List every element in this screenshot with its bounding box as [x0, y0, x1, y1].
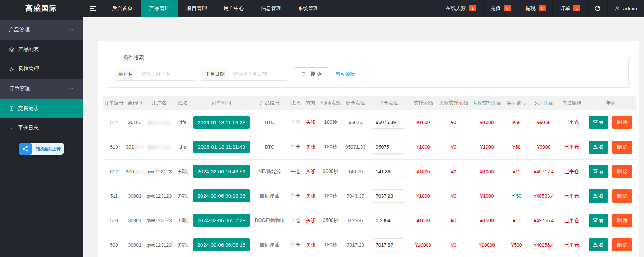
search-icon	[301, 71, 307, 77]
order-time-button[interactable]: 2024-02-06 06:05:16	[193, 238, 250, 251]
view-button[interactable]: 查看	[589, 116, 608, 129]
control-status: 已平仓	[559, 233, 584, 257]
invalid-entrust-balance: ¥0	[438, 208, 469, 233]
entrust-balance: ¥1000	[409, 184, 438, 208]
upload-widget[interactable]: 拖拽至此上传	[19, 143, 64, 155]
member-id: 300	[125, 159, 144, 184]
column-header: 实际盈亏	[505, 96, 529, 110]
order-time-button[interactable]: 2026-01-18 11:16:23	[193, 116, 250, 129]
order-time-button[interactable]: 2026-01-18 11:11:43	[193, 141, 249, 153]
sidebar-item[interactable]: 产品列表	[0, 40, 83, 59]
user-menu[interactable]: admin	[607, 0, 644, 17]
close-point-input[interactable]	[372, 189, 405, 203]
valid-entrust-balance: ¥1000	[469, 208, 505, 233]
upload-label: 拖拽至此上传	[32, 146, 64, 152]
column-header: 订单时间	[192, 96, 251, 110]
order-id: 513	[103, 135, 125, 159]
auto-refresh-link[interactable]: 自动刷新	[335, 71, 356, 78]
top-menu-item[interactable]: 系统管理	[290, 0, 327, 17]
column-header: 用户名	[144, 96, 174, 110]
product-info: BTC	[251, 110, 288, 135]
search-row: 用户名 下单日期 搜 索 自动刷新	[114, 67, 623, 81]
sidebar-item[interactable]: 平仓日志	[0, 118, 83, 138]
close-point-input[interactable]	[372, 141, 405, 154]
delete-button[interactable]: 删除	[612, 214, 632, 227]
actual-profit: ¥11	[505, 159, 529, 184]
stat-label: 充值	[490, 5, 501, 12]
redacted-text	[135, 145, 144, 150]
menu-toggle-icon[interactable]	[83, 0, 104, 17]
top-menu-item[interactable]: 后台首页	[104, 0, 141, 17]
delete-button[interactable]: 删除	[612, 189, 632, 203]
valid-entrust-balance: ¥1000	[469, 159, 505, 184]
view-button[interactable]: 查看	[589, 189, 608, 203]
orders-table: 订单编号会员ID用户名姓名订单时间产品信息状态方向时间/点数建仓点位平仓点位委托…	[103, 96, 636, 257]
column-header: 状态	[288, 96, 303, 110]
member-id: 30001	[125, 184, 144, 208]
topbar-stat[interactable]: 提现0	[518, 0, 553, 17]
sidebar-item[interactable]: 风控管理	[0, 59, 83, 79]
table-row: 511 30001 qwe123123 郑凯 2024-02-06 09:12:…	[103, 184, 636, 208]
delete-button[interactable]: 删除	[612, 141, 632, 154]
top-menu-item[interactable]: 产品管理	[141, 0, 178, 17]
close-point-input[interactable]	[372, 214, 405, 227]
order-time-button[interactable]: 2024-02-06 09:12:26	[193, 189, 250, 202]
detail-actions: 查看 删除	[584, 110, 636, 135]
sidebar-group[interactable]: 订单管理	[0, 79, 83, 99]
column-header: 方向	[303, 96, 319, 110]
top-menu-item[interactable]: 用户中心	[215, 0, 252, 17]
topbar-stat[interactable]: 在线人数1	[438, 0, 483, 17]
real-name: 郑凯	[174, 208, 192, 233]
duration: 3600秒	[319, 159, 343, 184]
invalid-entrust-balance: ¥0	[438, 159, 469, 184]
top-menu-item[interactable]: 项目管理	[178, 0, 215, 17]
close-point-input[interactable]	[372, 238, 405, 251]
sidebar-item[interactable]: 交易流水	[0, 99, 83, 118]
clipboard-icon	[9, 125, 14, 131]
direction: 买涨	[303, 184, 319, 208]
product-info: 国际原油	[251, 233, 288, 257]
real-name: 郑凯	[174, 184, 192, 208]
orders-table-wrap: 订单编号会员ID用户名姓名订单时间产品信息状态方向时间/点数建仓点位平仓点位委托…	[103, 96, 634, 257]
member-id: 30001	[125, 208, 144, 233]
close-point-input[interactable]	[372, 165, 405, 178]
control-status: 已平仓	[559, 208, 584, 233]
table-row: 509 30001 qwe123123 郑凯 2024-02-06 06:05:…	[103, 233, 636, 257]
top-menu-item[interactable]: 信息管理	[252, 0, 290, 17]
order-time-button[interactable]: 2024-02-06 06:57:29	[193, 214, 250, 227]
sidebar-group[interactable]: 产品管理	[0, 20, 83, 40]
topbar-stat[interactable]: 订单1	[552, 0, 587, 17]
order-date-group: 下单日期	[201, 68, 287, 81]
clipboard-icon	[9, 106, 14, 111]
username-input[interactable]	[137, 68, 195, 80]
username: qwe123123	[144, 233, 174, 257]
close-point-input[interactable]	[372, 116, 405, 129]
search-fieldset: 条件搜索 用户名 下单日期 搜 索	[108, 54, 629, 88]
after-balance: ¥48533.4	[529, 184, 559, 208]
view-button[interactable]: 查看	[589, 238, 608, 251]
detail-actions: 查看 删除	[584, 135, 636, 159]
order-time-button[interactable]: 2024-02-06 16:43:51	[193, 165, 250, 178]
open-point: 0.2356	[343, 208, 368, 233]
content-area: 条件搜索 用户名 下单日期 搜 索	[83, 35, 644, 257]
username: qwe123123	[144, 159, 174, 184]
search-button[interactable]: 搜 索	[295, 67, 328, 81]
search-legend: 条件搜索	[120, 54, 147, 61]
order-date-input[interactable]	[229, 68, 287, 80]
direction: 买涨	[303, 159, 319, 184]
invalid-entrust-balance: ¥0	[438, 184, 469, 208]
control-status: 已平仓	[559, 184, 584, 208]
duration: 180秒	[319, 110, 343, 135]
delete-button[interactable]: 删除	[612, 165, 632, 178]
view-button[interactable]: 查看	[589, 165, 608, 178]
actual-profit: ¥58	[505, 135, 529, 159]
delete-button[interactable]: 删除	[612, 238, 632, 251]
view-button[interactable]: 查看	[589, 141, 608, 154]
topbar-stat[interactable]: 充值0	[483, 0, 518, 17]
delete-button[interactable]: 删除	[612, 116, 632, 129]
user-name: admin	[623, 6, 637, 11]
view-button[interactable]: 查看	[589, 214, 608, 227]
topbar-right: 在线人数1充值0提现0订单1 admin	[438, 0, 644, 17]
refresh-button[interactable]	[587, 0, 607, 17]
sidebar-item-label: 交易流水	[18, 105, 39, 112]
